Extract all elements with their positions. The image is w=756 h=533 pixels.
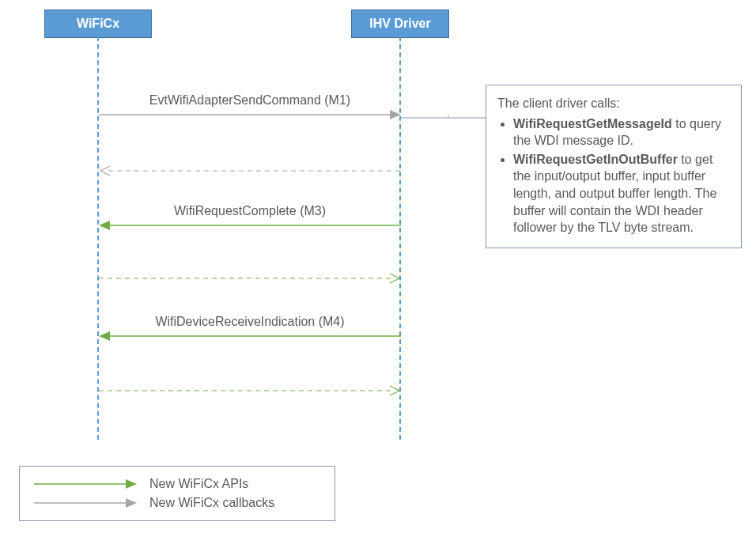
svg-marker-8 [99,331,110,341]
svg-marker-5 [99,221,110,230]
participant-ihv-driver: IHV Driver [351,9,449,38]
legend-apis-label: New WiFiCx APIs [149,477,248,491]
arrow-right-dashed-icon [99,385,401,396]
note-item-2-bold: WifiRequestGetInOutBuffer [513,153,678,166]
message-m3: WifiRequestComplete (M3) [99,204,401,231]
legend-arrow-green-icon [34,478,137,490]
message-m4-label: WifiDeviceReceiveIndication (M4) [99,315,401,329]
participant-wificx: WiFiCx [44,9,152,38]
return-m1 [99,165,401,176]
note-box: The client driver calls: WifiRequestGetM… [486,85,742,248]
arrow-right-dashed-icon [99,273,401,284]
legend-row-apis: New WiFiCx APIs [34,474,320,493]
return-m3 [99,273,401,284]
message-m1-label: EvtWifiAdapterSendCommand (M1) [99,93,401,108]
note-intro: The client driver calls: [497,95,730,112]
message-m3-label: WifiRequestComplete (M3) [99,204,401,218]
note-item-1-bold: WifiRequestGetMessageId [513,117,672,130]
svg-marker-1 [390,110,401,119]
arrow-left-icon [99,331,401,342]
arrow-left-icon [99,220,401,231]
legend-arrow-gray-icon [34,497,137,508]
svg-marker-13 [126,498,137,508]
note-item-1: WifiRequestGetMessageId to query the WDI… [513,115,730,149]
legend-box: New WiFiCx APIs New WiFiCx callbacks [19,466,335,521]
return-m4 [99,385,401,396]
arrow-right-icon [99,109,401,120]
svg-marker-11 [126,479,137,489]
message-m1: EvtWifiAdapterSendCommand (M1) [99,93,401,120]
note-connector [401,115,488,139]
arrow-left-dashed-icon [99,165,401,176]
legend-callbacks-label: New WiFiCx callbacks [149,496,274,510]
note-item-2: WifiRequestGetInOutBuffer to get the inp… [513,151,730,236]
message-m4: WifiDeviceReceiveIndication (M4) [99,315,401,342]
legend-row-callbacks: New WiFiCx callbacks [34,493,320,512]
